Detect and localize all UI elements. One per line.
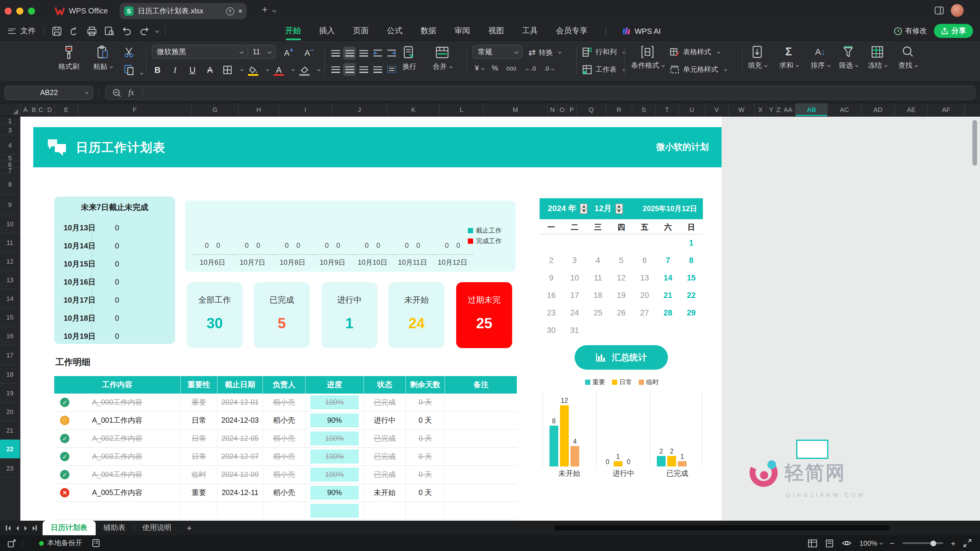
file-menu[interactable]: 文件: [21, 25, 36, 36]
stat-card-total[interactable]: 全部工作 30: [187, 282, 243, 348]
column-header[interactable]: O: [558, 103, 567, 116]
calendar-day[interactable]: [563, 234, 586, 252]
calendar-day[interactable]: 27: [633, 304, 656, 322]
stat-card-inprogress[interactable]: 进行中 1: [321, 282, 377, 348]
column-header[interactable]: D: [45, 103, 55, 116]
upcoming-row[interactable]: 10月15日 0: [54, 255, 175, 273]
column-header[interactable]: L: [440, 103, 484, 116]
row-header[interactable]: 12: [0, 252, 20, 270]
calendar-day[interactable]: 25: [586, 304, 609, 322]
align-top-button[interactable]: [329, 47, 342, 59]
borders-button[interactable]: [221, 63, 234, 77]
select-all-corner[interactable]: [0, 103, 21, 116]
tab-review[interactable]: 审阅: [453, 25, 471, 36]
column-header[interactable]: T: [655, 103, 679, 116]
zoom-level[interactable]: 100%: [859, 539, 882, 547]
calendar-day[interactable]: 10: [563, 269, 586, 287]
row-header[interactable]: 16: [0, 327, 20, 345]
print-preview-button[interactable]: [104, 26, 115, 36]
calendar-day[interactable]: 24: [563, 304, 586, 322]
font-size-select[interactable]: 11: [248, 45, 276, 59]
table-row[interactable]: A_001工作内容 日常 2024-12-03 稻小壳 90% 进行中 0 天: [54, 412, 517, 430]
row-header[interactable]: 20: [0, 402, 20, 421]
row-header[interactable]: 8: [0, 174, 20, 195]
tab-data[interactable]: 数据: [419, 25, 438, 36]
strikethrough-button[interactable]: A: [203, 63, 217, 77]
redo-button[interactable]: [139, 26, 150, 36]
calendar-day[interactable]: 18: [586, 287, 609, 304]
fill-button[interactable]: 填充: [748, 46, 767, 71]
sheet-tab-helper[interactable]: 辅助表: [95, 521, 134, 535]
column-header[interactable]: C: [37, 103, 45, 116]
column-header[interactable]: H: [239, 103, 279, 116]
calendar-day[interactable]: 4: [586, 252, 609, 269]
table-row[interactable]: ✓A_003工作内容 日常 2024-12-07 稻小壳 100% 已完成 0 …: [54, 448, 517, 466]
table-row-partial[interactable]: [54, 502, 517, 520]
row-header[interactable]: 14: [0, 289, 20, 308]
row-header[interactable]: 6: [0, 162, 20, 167]
backup-status-label[interactable]: 本地备份开: [47, 538, 82, 548]
tab-member[interactable]: 会员专享: [555, 25, 589, 36]
increase-font-button[interactable]: A+: [284, 46, 293, 57]
row-header[interactable]: 19: [0, 384, 20, 402]
calendar-day[interactable]: 30: [539, 322, 563, 339]
convert-button[interactable]: ⇄ 转换: [528, 47, 560, 58]
calendar-day[interactable]: [633, 234, 656, 252]
worksheet-button[interactable]: 工作表: [582, 65, 625, 75]
calendar-day[interactable]: 23: [539, 304, 563, 322]
tab-list-chevron-icon[interactable]: [272, 8, 276, 13]
table-style-button[interactable]: 表格样式: [670, 47, 719, 57]
align-center-button[interactable]: [343, 63, 356, 76]
calendar-day[interactable]: 21: [656, 287, 679, 304]
calendar-day[interactable]: 1: [679, 234, 703, 252]
row-header[interactable]: 4: [0, 135, 20, 155]
calendar-day[interactable]: [656, 322, 679, 339]
table-row[interactable]: ×A_005工作内容 重要 2024-12-11 稻小壳 90% 未开始 0 天: [54, 484, 517, 502]
copy-button[interactable]: [124, 64, 143, 78]
last-sheet-button[interactable]: [32, 526, 37, 530]
print-button[interactable]: [87, 26, 97, 36]
column-header[interactable]: S: [632, 103, 655, 116]
calendar-day[interactable]: 11: [586, 269, 609, 287]
upcoming-row[interactable]: 10月13日 0: [54, 219, 175, 237]
align-right-button[interactable]: [357, 63, 370, 76]
document-tab[interactable]: S 日历工作计划表.xlsx: [119, 3, 247, 19]
tab-tools[interactable]: 工具: [521, 25, 539, 36]
calendar-day[interactable]: [539, 234, 563, 252]
new-tab-button[interactable]: +: [262, 5, 268, 14]
row-header[interactable]: 18: [0, 365, 20, 384]
zoom-window-button[interactable]: [28, 7, 35, 14]
fill-color-button[interactable]: [246, 63, 260, 77]
row-header[interactable]: 3: [0, 125, 20, 135]
align-middle-button[interactable]: [343, 47, 356, 59]
calendar-day[interactable]: [586, 322, 609, 339]
first-sheet-button[interactable]: [6, 526, 10, 530]
upcoming-row[interactable]: 10月19日 0: [54, 327, 175, 345]
bold-button[interactable]: B: [151, 63, 164, 77]
freeze-panes-button[interactable]: 冻结: [868, 46, 887, 71]
calendar-day[interactable]: [679, 322, 703, 339]
add-sheet-button[interactable]: +: [187, 523, 192, 533]
column-header[interactable]: I: [279, 103, 332, 116]
upcoming-row[interactable]: 10月16日 0: [54, 273, 175, 291]
tab-wps-ai[interactable]: WPS AI: [623, 27, 661, 35]
zoom-slider-knob[interactable]: [931, 540, 936, 546]
column-header[interactable]: G: [192, 103, 239, 116]
close-window-button[interactable]: [5, 7, 12, 14]
sheet-tab-instructions[interactable]: 使用说明: [134, 521, 180, 535]
calendar-day[interactable]: 31: [563, 322, 586, 339]
decrease-decimal-button[interactable]: .0→: [544, 65, 555, 72]
column-header[interactable]: W: [729, 103, 755, 116]
column-header[interactable]: U: [679, 103, 705, 116]
calendar-day[interactable]: 14: [656, 269, 679, 287]
modified-status[interactable]: 有修改: [893, 26, 927, 36]
row-header[interactable]: 11: [0, 233, 20, 252]
column-header[interactable]: V: [705, 103, 729, 116]
quickbar-chevron-icon[interactable]: [155, 29, 159, 33]
tab-page[interactable]: 页面: [352, 25, 370, 36]
prev-sheet-button[interactable]: [16, 526, 18, 530]
row-header[interactable]: 10: [0, 214, 20, 233]
stat-card-overdue[interactable]: 过期未完 25: [456, 282, 512, 348]
normal-view-icon[interactable]: [808, 539, 818, 547]
increase-decimal-button[interactable]: ←.0: [525, 65, 536, 72]
